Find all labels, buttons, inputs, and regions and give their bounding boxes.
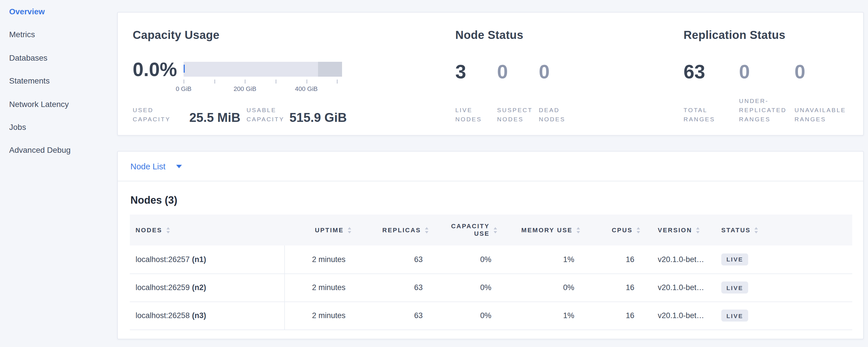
caret-down-icon <box>177 164 182 168</box>
status-cell: LIVE <box>719 302 852 329</box>
capacity-bar-dark-segment <box>318 62 342 77</box>
column-header-cpus[interactable]: CPUS <box>585 215 645 246</box>
under-replicated-ranges-stat: 0 UNDER- REPLICATED RANGES <box>739 61 795 124</box>
capacity-usage-section: Capacity Usage 0.0% 0 GiB 200 GiB <box>118 12 440 135</box>
cpus-cell: 16 <box>585 246 645 274</box>
uptime-cell: 2 minutes <box>284 302 356 329</box>
column-header-status[interactable]: STATUS <box>719 215 852 246</box>
capacity-bar-track <box>184 62 342 77</box>
live-nodes-count: 3 <box>455 61 497 83</box>
node-address-cell: localhost:26258(n3) <box>130 302 284 329</box>
version-cell: v20.1.0-bet… <box>645 246 719 274</box>
node-row[interactable]: localhost:26258(n3) 2 minutes 63 0% 1% 1… <box>130 302 852 329</box>
replicas-cell: 63 <box>356 302 433 329</box>
app-viewport: Overview Metrics Databases Statements Ne… <box>0 0 868 347</box>
column-header-nodes[interactable]: NODES <box>130 215 284 246</box>
sidebar-item-network-latency[interactable]: Network Latency <box>0 92 117 116</box>
total-ranges-count: 63 <box>684 61 739 83</box>
node-row[interactable]: localhost:26257(n1) 2 minutes 63 0% 1% 1… <box>130 246 852 274</box>
node-status-title: Node Status <box>455 28 669 42</box>
node-list-card: Node List Nodes (3) NODES <box>117 151 864 339</box>
column-header-capacity-use[interactable]: CAPACITY USE <box>433 215 502 246</box>
cpus-cell: 16 <box>585 274 645 302</box>
memory-use-cell: 1% <box>502 302 585 329</box>
sidebar-nav: Overview Metrics Databases Statements Ne… <box>0 0 117 162</box>
capacity-bar-chart: 0 GiB 200 GiB 400 GiB <box>184 62 342 93</box>
axis-label-0gib: 0 GiB <box>176 85 191 92</box>
sort-icon <box>494 227 497 233</box>
cpus-cell: 16 <box>585 302 645 329</box>
uptime-cell: 2 minutes <box>284 246 356 274</box>
sort-icon <box>425 227 428 233</box>
sort-icon <box>637 227 640 233</box>
version-cell: v20.1.0-bet… <box>645 302 719 329</box>
axis-label-400gib: 400 GiB <box>295 85 318 92</box>
suspect-nodes-stat: 0 SUSPECT NODES <box>497 61 539 124</box>
axis-label-200gib: 200 GiB <box>234 85 256 92</box>
unavailable-ranges-stat: 0 UNAVAILABLE RANGES <box>795 61 863 124</box>
used-capacity-value: 25.5 MiB <box>189 112 247 124</box>
replication-status-title: Replication Status <box>684 28 863 42</box>
under-replicated-ranges-label: UNDER- REPLICATED RANGES <box>739 96 795 124</box>
unavailable-ranges-label: UNAVAILABLE RANGES <box>795 105 863 124</box>
used-capacity-label: USED CAPACITY <box>133 105 189 124</box>
capacity-use-cell: 0% <box>433 274 502 302</box>
version-cell: v20.1.0-bet… <box>645 274 719 302</box>
memory-use-cell: 0% <box>502 274 585 302</box>
view-selector-dropdown[interactable]: Node List <box>118 152 863 181</box>
status-cell: LIVE <box>719 246 852 274</box>
cluster-summary-card: Capacity Usage 0.0% 0 GiB 200 GiB <box>117 12 864 135</box>
node-row[interactable]: localhost:26259(n2) 2 minutes 63 0% 0% 1… <box>130 274 852 302</box>
sort-icon <box>755 227 758 233</box>
sort-icon <box>577 227 580 233</box>
under-replicated-ranges-count: 0 <box>739 61 795 83</box>
sidebar-item-overview[interactable]: Overview <box>0 0 117 23</box>
sidebar-item-metrics[interactable]: Metrics <box>0 23 117 46</box>
suspect-nodes-label: SUSPECT NODES <box>497 105 539 124</box>
column-header-uptime[interactable]: UPTIME <box>284 215 356 246</box>
dead-nodes-stat: 0 DEAD NODES <box>539 61 596 124</box>
column-header-version[interactable]: VERSION <box>645 215 719 246</box>
capacity-used-percent: 0.0% <box>133 62 184 77</box>
sort-icon <box>348 227 351 233</box>
usable-capacity-value: 515.9 GiB <box>289 112 347 124</box>
suspect-nodes-count: 0 <box>497 61 539 83</box>
dead-nodes-count: 0 <box>539 61 596 83</box>
nodes-table: NODES UPTIME REPLICAS <box>130 215 852 330</box>
sort-icon <box>696 227 700 233</box>
node-status-section: Node Status 3 LIVE NODES 0 SUSPECT NODES <box>440 12 669 135</box>
capacity-axis-labels: 0 GiB 200 GiB 400 GiB <box>184 85 342 93</box>
sidebar-item-databases[interactable]: Databases <box>0 46 117 69</box>
replication-status-section: Replication Status 63 TOTAL RANGES 0 UND… <box>669 12 863 135</box>
replicas-cell: 63 <box>356 274 433 302</box>
capacity-bar-used-marker <box>184 65 185 73</box>
dead-nodes-label: DEAD NODES <box>539 105 596 124</box>
capacity-axis-ticks <box>184 80 342 84</box>
live-status-badge: LIVE <box>721 253 748 265</box>
uptime-cell: 2 minutes <box>284 274 356 302</box>
replicas-cell: 63 <box>356 246 433 274</box>
usable-capacity-label: USABLE CAPACITY <box>247 105 289 124</box>
sidebar-item-jobs[interactable]: Jobs <box>0 116 117 139</box>
total-ranges-stat: 63 TOTAL RANGES <box>684 61 739 124</box>
sidebar-item-statements[interactable]: Statements <box>0 69 117 92</box>
cluster-overview-page: Overview Metrics Databases Statements Ne… <box>0 0 868 347</box>
unavailable-ranges-count: 0 <box>795 61 863 83</box>
nodes-table-title: Nodes (3) <box>130 194 863 207</box>
live-status-badge: LIVE <box>721 310 748 321</box>
view-selector-label: Node List <box>130 162 165 171</box>
node-address-cell: localhost:26259(n2) <box>130 274 284 302</box>
sidebar-item-advanced-debug[interactable]: Advanced Debug <box>0 139 117 162</box>
capacity-usage-title: Capacity Usage <box>133 28 440 42</box>
status-cell: LIVE <box>719 274 852 302</box>
live-nodes-label: LIVE NODES <box>455 105 497 124</box>
sort-icon <box>166 227 169 233</box>
column-header-memory-use[interactable]: MEMORY USE <box>502 215 585 246</box>
nodes-table-header-row: NODES UPTIME REPLICAS <box>130 215 852 246</box>
memory-use-cell: 1% <box>502 246 585 274</box>
node-address-cell: localhost:26257(n1) <box>130 246 284 274</box>
capacity-use-cell: 0% <box>433 302 502 329</box>
live-status-badge: LIVE <box>721 282 748 293</box>
total-ranges-label: TOTAL RANGES <box>684 105 739 124</box>
column-header-replicas[interactable]: REPLICAS <box>356 215 433 246</box>
